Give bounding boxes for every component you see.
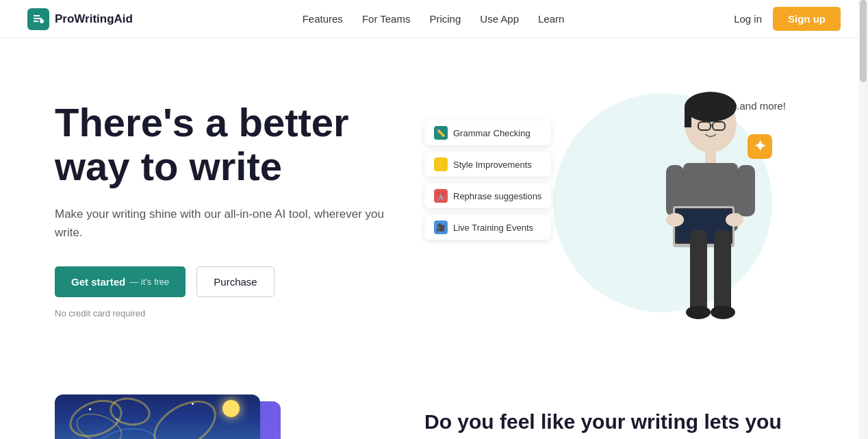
svg-point-18 xyxy=(686,305,711,319)
training-icon: 🎥 xyxy=(434,221,448,234)
get-started-button[interactable]: Get started — it's free xyxy=(55,266,186,297)
hero-cta-group: Get started — it's free Purchase xyxy=(55,266,411,297)
nav-pricing[interactable]: Pricing xyxy=(429,13,461,25)
hero-section: There's a better way to write Make your … xyxy=(0,38,868,367)
person-svg xyxy=(622,86,779,333)
svg-point-2 xyxy=(685,92,737,122)
signup-button[interactable]: Sign up xyxy=(773,7,841,31)
logo-icon xyxy=(27,8,49,30)
purchase-button[interactable]: Purchase xyxy=(196,266,274,297)
hero-subtitle: Make your writing shine with our all-in-… xyxy=(55,205,411,242)
section-two-right: Do you feel like your writing lets you d… xyxy=(424,394,813,439)
svg-rect-7 xyxy=(705,151,716,163)
nav-links: Features For Teams Pricing Use App Learn xyxy=(303,13,565,25)
training-label: Live Training Events xyxy=(453,223,533,233)
svg-rect-3 xyxy=(685,107,691,127)
hero-title-line2: way to write xyxy=(55,144,282,188)
feature-pill-rephrase: ✂️ Rephrase suggestions xyxy=(424,184,551,208)
and-more-label: ...and more! xyxy=(731,100,786,112)
svg-point-0 xyxy=(40,19,44,23)
logo-svg xyxy=(31,12,45,26)
moon xyxy=(222,400,240,417)
brand-logo-link[interactable]: ProWritingAid xyxy=(27,8,133,30)
nav-learn[interactable]: Learn xyxy=(538,13,564,25)
svg-point-15 xyxy=(726,213,743,227)
section-two-left: My idea in my head xyxy=(55,394,383,439)
svg-point-14 xyxy=(666,213,684,227)
plus-icon: ✦ xyxy=(754,138,766,155)
hero-left: There's a better way to write Make your … xyxy=(55,101,411,318)
art-card-front xyxy=(55,394,260,439)
scrollbar-thumb[interactable] xyxy=(860,0,867,82)
scrollbar-track[interactable] xyxy=(858,0,868,439)
get-started-label: Get started xyxy=(71,276,125,288)
nav-use-app[interactable]: Use App xyxy=(480,13,519,25)
feature-pill-training: 🎥 Live Training Events xyxy=(424,215,551,240)
grammar-icon: ✏️ xyxy=(434,126,448,140)
svg-rect-17 xyxy=(714,230,731,312)
feature-pills: ✏️ Grammar Checking ⚡ Style Improvements… xyxy=(424,121,551,240)
hero-title: There's a better way to write xyxy=(55,101,411,188)
brand-name: ProWritingAid xyxy=(55,12,133,26)
rephrase-label: Rephrase suggestions xyxy=(453,191,541,201)
rephrase-icon: ✂️ xyxy=(434,189,448,203)
navbar: ProWritingAid Features For Teams Pricing… xyxy=(0,0,868,38)
section-two: My idea in my head Do you feel like your… xyxy=(0,367,868,439)
login-button[interactable]: Log in xyxy=(734,13,762,25)
person-illustration xyxy=(622,86,779,333)
starry-night-art xyxy=(55,394,260,439)
hero-right: ...and more! ✦ xyxy=(411,79,813,340)
style-label: Style Improvements xyxy=(453,160,532,170)
free-label: — it's free xyxy=(129,277,169,287)
no-credit-card-text: No credit card required xyxy=(55,308,411,318)
nav-features[interactable]: Features xyxy=(303,13,343,25)
nav-actions: Log in Sign up xyxy=(734,7,841,31)
section-two-title: Do you feel like your writing lets you d… xyxy=(424,408,813,439)
feature-pill-grammar: ✏️ Grammar Checking xyxy=(424,121,551,145)
art-card-stack: My idea in my head xyxy=(55,394,288,439)
svg-rect-16 xyxy=(690,230,707,312)
feature-pill-style: ⚡ Style Improvements xyxy=(424,152,551,177)
grammar-label: Grammar Checking xyxy=(453,128,531,138)
hero-title-line1: There's a better xyxy=(55,100,349,145)
svg-rect-10 xyxy=(737,165,755,216)
style-icon: ⚡ xyxy=(434,158,448,171)
plus-badge: ✦ xyxy=(748,134,772,159)
nav-for-teams[interactable]: For Teams xyxy=(362,13,411,25)
svg-point-19 xyxy=(711,305,735,319)
